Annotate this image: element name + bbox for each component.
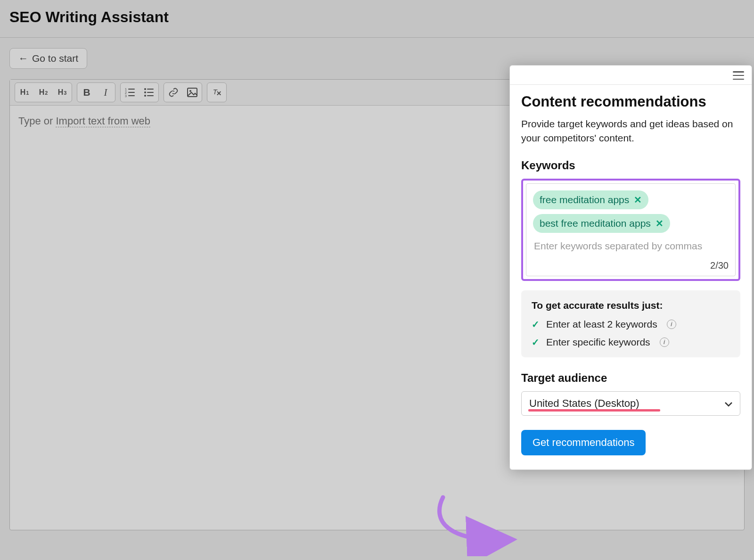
info-icon[interactable]: i [660,338,669,347]
unordered-list-button[interactable] [139,83,158,102]
clear-format-button[interactable]: T [207,83,226,102]
heading-group: H1 H2 H3 [15,82,72,102]
hamburger-icon [733,71,744,73]
tip-row: ✓Enter at least 2 keywordsi [532,319,730,330]
svg-point-11 [144,95,146,97]
svg-text:T: T [213,88,218,96]
keyword-tag-label: best free meditation apps [540,218,651,229]
divider [0,37,754,38]
keywords-input-area[interactable]: free meditation apps✕best free meditatio… [526,183,736,276]
chevron-down-icon [725,397,732,410]
keywords-count: 2/30 [533,260,729,271]
h1-button[interactable]: H1 [15,83,34,102]
keywords-input[interactable] [533,238,729,255]
image-icon [187,88,197,97]
tips-title: To get accurate results just: [532,300,730,311]
target-audience-value: United States (Desktop) [529,397,639,410]
bold-button[interactable]: B [77,83,96,102]
svg-text:2: 2 [125,91,127,94]
tip-text: Enter specific keywords [546,337,650,348]
insert-group [164,82,202,102]
style-group: B I [77,82,115,102]
keyword-tag: free meditation apps✕ [533,190,648,209]
panel-menu-button[interactable] [733,71,744,80]
svg-text:3: 3 [125,94,127,97]
svg-point-10 [144,91,146,93]
page-title: SEO Writing Assistant [9,8,745,26]
go-to-start-button[interactable]: ← Go to start [9,48,87,69]
h3-button[interactable]: H3 [53,83,72,102]
list-group: 123 [120,82,159,102]
editor-placeholder-prefix: Type or [18,115,56,127]
keywords-box-highlight: free meditation apps✕best free meditatio… [521,179,740,281]
svg-point-13 [189,90,191,92]
italic-button[interactable]: I [96,83,115,102]
remove-tag-button[interactable]: ✕ [656,218,664,229]
tip-text: Enter at least 2 keywords [546,319,657,330]
get-recommendations-button[interactable]: Get recommendations [521,430,646,455]
target-audience-select[interactable]: United States (Desktop) [521,391,740,416]
keywords-section-label: Keywords [521,159,740,172]
import-text-link[interactable]: Import text from web [56,115,150,127]
ordered-list-icon: 123 [125,88,135,97]
link-icon [168,87,179,98]
unordered-list-icon [144,88,154,97]
info-icon[interactable]: i [667,320,676,329]
panel-description: Provide target keywords and get ideas ba… [521,117,740,146]
arrow-left-icon: ← [18,53,28,64]
recommendations-panel: Content recommendations Provide target k… [509,65,752,470]
image-button[interactable] [183,83,202,102]
svg-text:1: 1 [125,88,127,91]
annotation-underline [528,409,660,412]
svg-point-9 [144,88,146,90]
keyword-tag-label: free meditation apps [540,194,629,206]
link-button[interactable] [164,83,183,102]
ordered-list-button[interactable]: 123 [121,83,139,102]
clear-format-icon: T [212,87,222,98]
page-header: SEO Writing Assistant [0,0,754,37]
panel-title: Content recommendations [521,93,740,110]
keyword-tag: best free meditation apps✕ [533,214,670,233]
go-to-start-label: Go to start [32,53,78,64]
check-icon: ✓ [532,319,540,330]
tip-row: ✓Enter specific keywordsi [532,337,730,348]
tips-box: To get accurate results just: ✓Enter at … [521,290,740,357]
clear-group: T [207,82,227,102]
target-audience-label: Target audience [521,371,740,385]
remove-tag-button[interactable]: ✕ [634,194,642,206]
panel-topbar [510,66,752,85]
h2-button[interactable]: H2 [34,83,53,102]
check-icon: ✓ [532,337,540,348]
